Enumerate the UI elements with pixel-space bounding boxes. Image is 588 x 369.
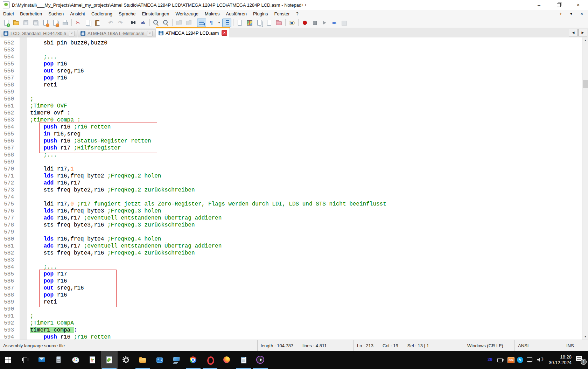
zoom-out-button[interactable]: − [161, 19, 170, 27]
code-line[interactable]: sts freq_byte4,r16 ;FreqReg.4 zurückschr… [30, 250, 582, 257]
close-document-button[interactable] [41, 19, 50, 27]
code-line[interactable]: ;... [30, 152, 582, 159]
save-button[interactable] [21, 19, 30, 27]
define-language-button[interactable]: ϟ [235, 19, 244, 27]
code-line[interactable]: push r17 ;Hilfsregister [30, 145, 582, 152]
menu-item-makros[interactable]: Makros [202, 11, 223, 17]
save-macro-button[interactable] [340, 19, 349, 27]
new-tab-icon[interactable]: + [558, 11, 564, 16]
close-all-documents-button[interactable] [51, 19, 60, 27]
replace-button[interactable]: ab [139, 19, 148, 27]
taskbar-item-opera[interactable] [202, 351, 218, 369]
code-line[interactable]: reti [30, 299, 582, 306]
code-line[interactable] [30, 194, 582, 201]
new-file-button[interactable] [2, 19, 11, 27]
taskbar-item-media-player[interactable] [252, 351, 269, 369]
code-line[interactable]: out sreg,r16 [30, 68, 582, 75]
menu-item-?[interactable]: ? [293, 11, 302, 17]
undo-button[interactable]: ↶ [106, 19, 115, 27]
playback-macro-button[interactable] [320, 19, 329, 27]
code-line[interactable]: ;... [30, 264, 582, 271]
code-line[interactable]: lds r16,freq_byte2 ;FreqReg.2 holen [30, 173, 582, 180]
code-line[interactable]: pop r16 [30, 292, 582, 299]
code-line[interactable]: pop r16 [30, 75, 582, 82]
zoom-in-button[interactable]: + [152, 19, 161, 27]
menu-item-suchen[interactable]: Suchen [45, 11, 67, 17]
code-line[interactable]: in r16,sreg [30, 131, 582, 138]
code-line[interactable]: ;_______________________________________… [30, 96, 582, 103]
code-line[interactable]: push r16 ;r16 retten [30, 124, 582, 131]
code-line[interactable] [30, 257, 582, 264]
status-eol-format[interactable]: Windows (CR LF) [464, 340, 514, 351]
menu-item-einstellungen[interactable]: Einstellungen [139, 11, 172, 17]
menu-item-bearbeiten[interactable]: Bearbeiten [17, 11, 45, 17]
tab-2[interactable]: ATMEGA 168A L-Meter.asm× [78, 29, 155, 37]
menu-item-werkzeuge[interactable]: Werkzeuge [172, 11, 202, 17]
taskbar-item-calculator[interactable] [50, 351, 67, 369]
code-line[interactable]: reti [30, 82, 582, 89]
taskbar-item-paint[interactable] [67, 351, 84, 369]
document-list-button[interactable] [255, 19, 264, 27]
function-list-button[interactable]: ƒ [265, 19, 274, 27]
show-all-characters-dropdown-button[interactable]: ▼ [217, 19, 222, 27]
code-line[interactable]: ldi r17,1 [30, 166, 582, 173]
code-line[interactable]: push r16 ;Status-Register retten [30, 138, 582, 145]
taskbar-item-image-editor[interactable] [84, 351, 101, 369]
taskbar-item-firefox[interactable] [218, 351, 235, 369]
code-line[interactable]: adc r16,r17 ;eventuell entstandenen Über… [30, 215, 582, 222]
network-icon[interactable] [526, 356, 534, 364]
show-indent-guide-button[interactable] [222, 19, 231, 27]
scrollbar-thumb[interactable] [583, 80, 588, 88]
code-line[interactable]: adc r16,r17 ;eventuell entstandenen Über… [30, 243, 582, 250]
tab-scroll-right-button[interactable]: ▶ [578, 29, 587, 36]
taskbar-item-settings[interactable] [118, 351, 134, 369]
code-line[interactable]: sts freq_byte3,r16 ;FreqReg.3 zurückschr… [30, 222, 582, 229]
status-insert-mode[interactable]: INS [563, 340, 588, 351]
code-line[interactable]: ;Timer1 CompA [30, 320, 582, 327]
record-macro-button[interactable] [300, 19, 309, 27]
restore-button[interactable] [549, 0, 568, 10]
show-all-characters-button[interactable]: ¶ [207, 19, 216, 27]
tab-3[interactable]: ATMEGA 1284P LCD.asm× [156, 27, 230, 38]
cut-button[interactable]: ✂ [74, 19, 83, 27]
volume-icon[interactable] [537, 356, 545, 364]
code-line[interactable] [30, 47, 582, 54]
document-map-button[interactable] [245, 19, 254, 27]
close-tab-icon[interactable]: × [69, 31, 75, 36]
tab-scroll-left-button[interactable]: ◀ [569, 29, 578, 36]
editor-pane[interactable]: 5525535545555565575585595605615625635645… [0, 37, 588, 340]
menu-item-datei[interactable]: Datei [0, 11, 17, 17]
taskbar-item-mail[interactable] [34, 351, 50, 369]
code-area[interactable]: sbi pin_buzz0,buzz0 ;... pop r16 out sre… [27, 37, 582, 340]
code-line[interactable]: push r16 ;r16 retten [30, 334, 582, 340]
taskbar-item-control-panel[interactable] [151, 351, 168, 369]
code-line[interactable]: ldi r17,0 ;r17 fungiert jetzt als Zero-R… [30, 201, 582, 208]
screen-recorder-icon[interactable] [497, 356, 505, 364]
paste-button[interactable] [93, 19, 102, 27]
code-line[interactable]: pop r16 [30, 61, 582, 68]
code-line[interactable]: timer1_compa_: [30, 327, 582, 334]
code-line[interactable]: out sreg,r16 [30, 285, 582, 292]
cpu-temp-indicator[interactable]: 39 [486, 356, 494, 364]
taskbar-clock[interactable]: 18:28 30.12.2024 [547, 354, 573, 365]
sync-vertical-button[interactable] [174, 19, 183, 27]
taskbar-item-task-view[interactable] [17, 351, 34, 369]
word-wrap-button[interactable] [197, 19, 206, 27]
code-line[interactable]: pop r17 [30, 271, 582, 278]
scroll-down-arrow[interactable]: ▼ [582, 334, 588, 340]
code-line[interactable]: ;Timer0 OVF [30, 103, 582, 110]
menu-item-sprache[interactable]: Sprache [115, 11, 139, 17]
code-line[interactable]: ;_______________________________________… [30, 313, 582, 320]
menu-item-ansicht[interactable]: Ansicht [67, 11, 88, 17]
redo-button[interactable]: ↷ [116, 19, 125, 27]
close-tab-icon[interactable]: × [147, 31, 153, 36]
code-line[interactable]: lds r16,freq_byte4 ;FreqReg.4 holen [30, 236, 582, 243]
file-monitoring-button[interactable] [287, 19, 296, 27]
window-list-icon[interactable]: ▼ [568, 12, 574, 16]
menu-item-ausfhren[interactable]: Ausführen [223, 11, 250, 17]
menu-item-fenster[interactable]: Fenster [271, 11, 293, 17]
copy-button[interactable] [83, 19, 92, 27]
status-encoding[interactable]: ANSI [514, 340, 563, 351]
code-line[interactable] [30, 89, 582, 96]
code-line[interactable] [30, 159, 582, 166]
